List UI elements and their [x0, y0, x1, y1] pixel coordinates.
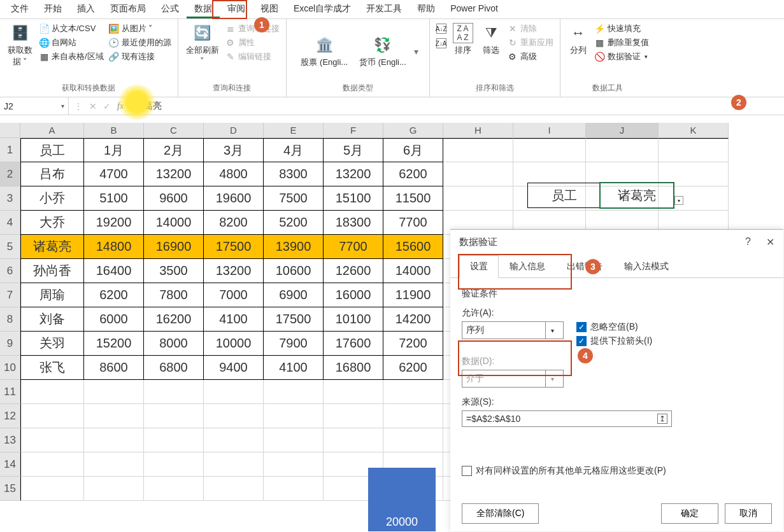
cell-E6[interactable]: 10600: [264, 259, 324, 283]
cell-D12[interactable]: [204, 404, 264, 428]
data-validation-button[interactable]: 🚫数据验证▾: [592, 50, 652, 64]
cell-E12[interactable]: [264, 404, 324, 428]
cell-C10[interactable]: 6800: [144, 356, 204, 380]
name-box[interactable]: J2 ▾: [0, 97, 69, 115]
ignore-blank-checkbox-row[interactable]: ✓ 忽略空值(B): [576, 321, 652, 333]
cell-G6[interactable]: 14000: [383, 259, 443, 283]
cell-D7[interactable]: 7000: [204, 283, 264, 307]
cell-A9[interactable]: 关羽: [20, 332, 84, 356]
cell-G5[interactable]: 15600: [383, 235, 443, 259]
refresh-all-button[interactable]: 🔄 全部刷新 ˅: [182, 22, 223, 67]
filter-button[interactable]: ⧩筛选: [477, 22, 505, 57]
menu-file[interactable]: 文件: [3, 0, 36, 18]
cell-A2[interactable]: 吕布: [20, 162, 84, 186]
cell-D14[interactable]: [204, 452, 264, 477]
row-header-12[interactable]: 12: [0, 404, 20, 428]
menu-formulas[interactable]: 公式: [153, 0, 187, 18]
cell-F7[interactable]: 16000: [324, 283, 383, 307]
menu-view[interactable]: 视图: [253, 0, 286, 18]
menu-home[interactable]: 开始: [36, 0, 69, 18]
cell-C3[interactable]: 9600: [144, 186, 204, 211]
cell-A12[interactable]: [20, 404, 84, 428]
cell-D1[interactable]: 3月: [204, 138, 264, 162]
col-header-J[interactable]: J: [586, 123, 659, 138]
cell-D8[interactable]: 4100: [204, 307, 264, 332]
get-data-button[interactable]: 🗄️ 获取数 据 ˅: [4, 22, 36, 69]
col-header-G[interactable]: G: [383, 123, 443, 138]
cell-D5[interactable]: 17500: [204, 235, 264, 259]
existing-conn-button[interactable]: 🔗现有连接: [106, 50, 174, 64]
cell-B5[interactable]: 14800: [84, 235, 144, 259]
cell-G4[interactable]: 7700: [383, 211, 443, 235]
cell-A14[interactable]: [20, 452, 84, 477]
menu-insert[interactable]: 插入: [69, 0, 103, 18]
col-header-K[interactable]: K: [659, 123, 729, 138]
dialog-close-button[interactable]: ✕: [766, 236, 774, 248]
cell-E10[interactable]: 4100: [264, 356, 324, 380]
cell-A15[interactable]: [20, 477, 84, 501]
cell-A3[interactable]: 小乔: [20, 186, 84, 211]
more-icon[interactable]: ▾: [414, 46, 418, 57]
cell-C8[interactable]: 16200: [144, 307, 204, 332]
cell-H1[interactable]: [443, 138, 513, 162]
cell-A5[interactable]: 诸葛亮: [20, 235, 84, 259]
sort-az-button[interactable]: A↓Z: [434, 22, 449, 36]
select-all-corner[interactable]: [0, 123, 20, 138]
recent-sources-button[interactable]: 🕑最近使用的源: [106, 36, 174, 50]
cell-B8[interactable]: 6000: [84, 307, 144, 332]
chevron-down-icon[interactable]: ▾: [61, 102, 64, 109]
cell-E5[interactable]: 13900: [264, 235, 324, 259]
cell-G3[interactable]: 11500: [383, 186, 443, 211]
menu-dev[interactable]: 开发工具: [359, 0, 410, 18]
col-header-F[interactable]: F: [324, 123, 383, 138]
cell-B2[interactable]: 4700: [84, 162, 144, 186]
cell-B9[interactable]: 15200: [84, 332, 144, 356]
row-header-13[interactable]: 13: [0, 428, 20, 452]
formula-input[interactable]: 诸葛亮: [129, 97, 784, 115]
cell-A1[interactable]: 员工: [20, 138, 84, 162]
cell-D11[interactable]: [204, 380, 264, 404]
currency-button[interactable]: 💱货币 (Engli...: [355, 34, 410, 69]
cell-A10[interactable]: 张飞: [20, 356, 84, 380]
cell-F8[interactable]: 10100: [324, 307, 383, 332]
menu-help[interactable]: 帮助: [410, 0, 443, 18]
stocks-button[interactable]: 🏛️股票 (Engli...: [297, 34, 352, 69]
cell-C5[interactable]: 16900: [144, 235, 204, 259]
fx-icon[interactable]: fx: [117, 101, 124, 111]
from-table-button[interactable]: ▦来自表格/区域: [36, 50, 106, 64]
col-header-A[interactable]: A: [20, 123, 84, 138]
cell-B10[interactable]: 8600: [84, 356, 144, 380]
cell-F5[interactable]: 7700: [324, 235, 383, 259]
dialog-tab-input[interactable]: 输入信息: [499, 255, 556, 278]
cell-G8[interactable]: 14200: [383, 307, 443, 332]
cell-B15[interactable]: [84, 477, 144, 501]
cell-B4[interactable]: 19200: [84, 211, 144, 235]
row-header-7[interactable]: 7: [0, 283, 20, 307]
row-header-10[interactable]: 10: [0, 356, 20, 380]
dialog-cancel-button[interactable]: 取消: [725, 503, 772, 524]
dialog-help-button[interactable]: ?: [745, 236, 751, 248]
flash-fill-button[interactable]: ⚡快速填充: [592, 22, 652, 36]
lookup-value-cell[interactable]: 诸葛亮: [601, 183, 673, 207]
cell-G10[interactable]: 6200: [383, 356, 443, 380]
apply-all-checkbox-row[interactable]: 对有同样设置的所有其他单元格应用这些更改(P): [462, 465, 772, 477]
row-header-3[interactable]: 3: [0, 186, 20, 211]
checkbox-checked-icon[interactable]: ✓: [576, 322, 587, 332]
dropdown-arrow-checkbox-row[interactable]: ✓ 提供下拉箭头(I): [576, 335, 652, 347]
cell-G9[interactable]: 7200: [383, 332, 443, 356]
cell-B13[interactable]: [84, 428, 144, 452]
cell-D4[interactable]: 8200: [204, 211, 264, 235]
cell-B14[interactable]: [84, 452, 144, 477]
cell-E2[interactable]: 8300: [264, 162, 324, 186]
cell-E15[interactable]: [264, 477, 324, 501]
cell-G12[interactable]: [383, 404, 443, 428]
cell-A13[interactable]: [20, 428, 84, 452]
cell-C13[interactable]: [144, 428, 204, 452]
advanced-filter-button[interactable]: ⚙高级: [505, 50, 556, 64]
cell-D13[interactable]: [204, 428, 264, 452]
cell-F10[interactable]: 16800: [324, 356, 383, 380]
cell-D9[interactable]: 10000: [204, 332, 264, 356]
cell-B7[interactable]: 6200: [84, 283, 144, 307]
cell-E14[interactable]: [264, 452, 324, 477]
col-header-B[interactable]: B: [84, 123, 144, 138]
